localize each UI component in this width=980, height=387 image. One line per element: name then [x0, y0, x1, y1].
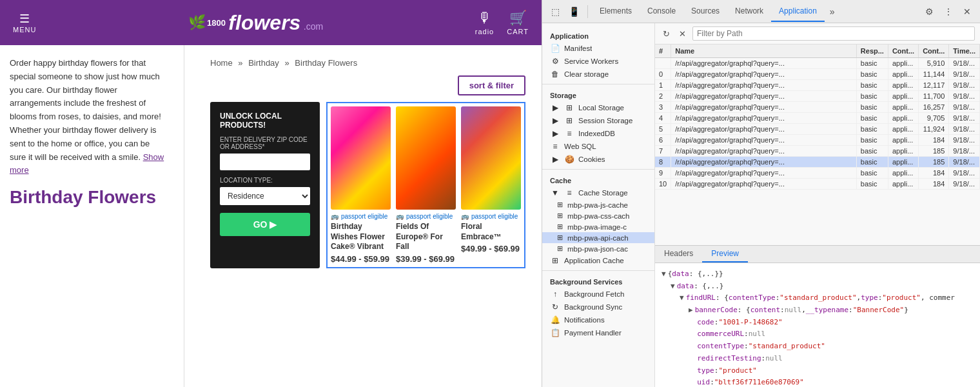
zip-input[interactable] — [220, 154, 310, 170]
arrow-4[interactable]: ▶ — [689, 304, 693, 317]
sidebar-item-notifications[interactable]: 🔔 Notifications — [542, 313, 654, 326]
sidebar-item-cookies[interactable]: ▶ 🍪 Cookies — [542, 153, 654, 166]
table-row[interactable]: 1 /r/api/aggregator/graphql?query=... ba… — [655, 80, 980, 91]
sidebar-item-local-storage[interactable]: ▶ ⊞ Local Storage — [542, 101, 654, 114]
go-button[interactable]: GO ▶ — [220, 213, 310, 236]
devtools-inspect-button[interactable]: ⬚ — [547, 4, 564, 19]
table-row[interactable]: /r/api/aggregator/graphql?query=... basi… — [655, 58, 980, 69]
location-select[interactable]: Residence — [220, 187, 310, 205]
cache-css-icon: ⊞ — [555, 212, 564, 220]
table-row[interactable]: 9 /r/api/aggregator/graphql?query=... ba… — [655, 168, 980, 179]
devtools-menu-button[interactable]: ⋮ — [940, 4, 957, 19]
microphone-icon: 🎙 — [478, 10, 492, 26]
cell-cont2: 184 — [919, 135, 949, 146]
refresh-button[interactable]: ↻ — [660, 28, 672, 40]
sidebar-item-manifest[interactable]: 📄 Manifest — [542, 42, 654, 55]
cart-button[interactable]: 🛒 CART — [507, 10, 529, 35]
bg-separator — [542, 270, 654, 271]
table-row[interactable]: 6 /r/api/aggregator/graphql?query=... ba… — [655, 135, 980, 146]
devtools-body: Application 📄 Manifest ⚙ Service Workers… — [542, 23, 980, 387]
tab-elements[interactable]: Elements — [592, 1, 640, 22]
passport-label-1: passport eligible — [341, 213, 387, 220]
cell-name: /r/api/aggregator/graphql?query=... — [671, 69, 857, 80]
devtools-settings: ⚙ ⋮ ✕ — [921, 4, 975, 19]
storage-section-title: Storage — [542, 88, 654, 101]
sidebar-item-mbp-pwa-image[interactable]: ⊞ mbp-pwa-image-c — [542, 221, 654, 232]
json-commerce-key: commerceURL — [697, 328, 744, 341]
table-row[interactable]: 8 /r/api/aggregator/graphql?query=... ba… — [655, 157, 980, 168]
cell-cont2: 184 — [919, 179, 949, 190]
cell-cont1: appli... — [888, 124, 918, 135]
breadcrumb-home[interactable]: Home — [210, 58, 233, 68]
sidebar-item-bg-fetch[interactable]: ↑ Background Fetch — [542, 288, 654, 301]
sidebar-item-clear-storage[interactable]: 🗑 Clear storage — [542, 68, 654, 81]
sidebar-item-mbp-pwa-json[interactable]: ⊞ mbp-pwa-json-cac — [542, 243, 654, 254]
sidebar-item-websql[interactable]: ≡ Web SQL — [542, 140, 654, 153]
sidebar-item-mbp-pwa-css[interactable]: ⊞ mbp-pwa-css-cach — [542, 210, 654, 221]
col-header-time[interactable]: Time... — [949, 45, 980, 58]
sort-filter-button[interactable]: sort & filter — [458, 75, 525, 95]
tab-console[interactable]: Console — [640, 1, 683, 22]
devtools-settings-button[interactable]: ⚙ — [921, 4, 937, 19]
product-card-2[interactable]: 🚌 passport eligible Fields Of Europe® Fo… — [396, 106, 456, 264]
col-header-resp[interactable]: Resp... — [856, 45, 888, 58]
table-row[interactable]: 5 /r/api/aggregator/graphql?query=... ba… — [655, 124, 980, 135]
sidebar-cookies-label: Cookies — [578, 155, 605, 163]
product-card-3[interactable]: 🚌 passport eligible Floral Embrace™ $49.… — [461, 106, 521, 264]
product-grid: 🚌 passport eligible Birthday Wishes Flow… — [326, 102, 525, 268]
table-row[interactable]: 7 /r/api/aggregator/graphql?query=... ba… — [655, 146, 980, 157]
sidebar-item-mbp-pwa-api[interactable]: ⊞ mbp-pwa-api-cach — [542, 232, 654, 243]
product-card-1[interactable]: 🚌 passport eligible Birthday Wishes Flow… — [331, 106, 391, 264]
sidebar-item-mbp-pwa-js[interactable]: ⊞ mbp-pwa-js-cache — [542, 199, 654, 210]
left-content: Order happy birthday flowers for that sp… — [0, 45, 174, 387]
tab-sources[interactable]: Sources — [683, 1, 727, 22]
col-header-name[interactable]: Name — [671, 45, 857, 58]
table-row[interactable]: 4 /r/api/aggregator/graphql?query=... ba… — [655, 113, 980, 124]
arrow-1[interactable]: ▼ — [662, 268, 666, 281]
json-line-9: type: "product" — [662, 365, 974, 377]
expand-icon4: ▶ — [550, 155, 560, 164]
arrow-2[interactable]: ▼ — [671, 281, 675, 293]
filter-input[interactable] — [692, 26, 975, 41]
sidebar-item-bg-sync[interactable]: ↻ Background Sync — [542, 301, 654, 313]
tab-more-button[interactable]: » — [825, 4, 840, 19]
table-row[interactable]: 3 /r/api/aggregator/graphql?query=... ba… — [655, 102, 980, 113]
table-row[interactable]: 2 /r/api/aggregator/graphql?query=... ba… — [655, 91, 980, 102]
col-header-cont1[interactable]: Cont... — [888, 45, 918, 58]
cell-id — [655, 58, 671, 69]
site-logo[interactable]: 🌿 1800 flowers .com — [188, 11, 323, 35]
table-row[interactable]: 10 /r/api/aggregator/graphql?query=... b… — [655, 179, 980, 190]
json-uid-key: uid — [697, 377, 710, 387]
arrow-3[interactable]: ▼ — [680, 292, 684, 304]
sidebar-item-service-workers[interactable]: ⚙ Service Workers — [542, 55, 654, 68]
table-row[interactable]: 0 /r/api/aggregator/graphql?query=... ba… — [655, 69, 980, 80]
sidebar-item-payment-handler[interactable]: 📋 Payment Handler — [542, 326, 654, 339]
sidebar-item-indexeddb[interactable]: ▶ ≡ IndexedDB — [542, 127, 654, 140]
tab-preview[interactable]: Preview — [702, 246, 748, 263]
cell-name: /r/api/aggregator/graphql?query=... — [671, 102, 857, 113]
cell-id: 8 — [655, 157, 671, 168]
product-name-2: Fields Of Europe® For Fall — [396, 222, 456, 252]
sidebar-item-cache-storage[interactable]: ▼ ≡ Cache Storage — [542, 186, 654, 199]
breadcrumb-birthday[interactable]: Birthday — [248, 58, 279, 68]
cell-id: 6 — [655, 135, 671, 146]
tab-network[interactable]: Network — [727, 1, 771, 22]
tab-headers[interactable]: Headers — [655, 246, 702, 263]
menu-button[interactable]: ☰ MENU — [13, 12, 36, 34]
tab-application[interactable]: Application — [771, 1, 825, 22]
devtools-device-button[interactable]: 📱 — [565, 4, 583, 19]
clear-storage-icon: 🗑 — [550, 70, 560, 79]
devtools-close-button[interactable]: ✕ — [959, 4, 975, 19]
sidebar-item-session-storage[interactable]: ▶ ⊞ Session Storage — [542, 114, 654, 127]
zip-label: ENTER DELIVERY ZIP CODE OR ADDRESS* — [220, 136, 310, 150]
network-table-container[interactable]: # Name Resp... Cont... Cont... Time... /… — [655, 45, 980, 245]
json-redirect-key: redirectTesting — [697, 353, 761, 365]
cell-id: 1 — [655, 80, 671, 91]
cell-cont1: appli... — [888, 157, 918, 168]
radio-button[interactable]: 🎙 radio — [475, 10, 494, 35]
logo-1800: 1800 — [207, 17, 226, 27]
clear-button[interactable]: ✕ — [676, 28, 689, 40]
menu-icon: ☰ — [19, 12, 30, 26]
sidebar-item-app-cache[interactable]: ⊞ Application Cache — [542, 254, 654, 267]
col-header-cont2[interactable]: Cont... — [919, 45, 949, 58]
